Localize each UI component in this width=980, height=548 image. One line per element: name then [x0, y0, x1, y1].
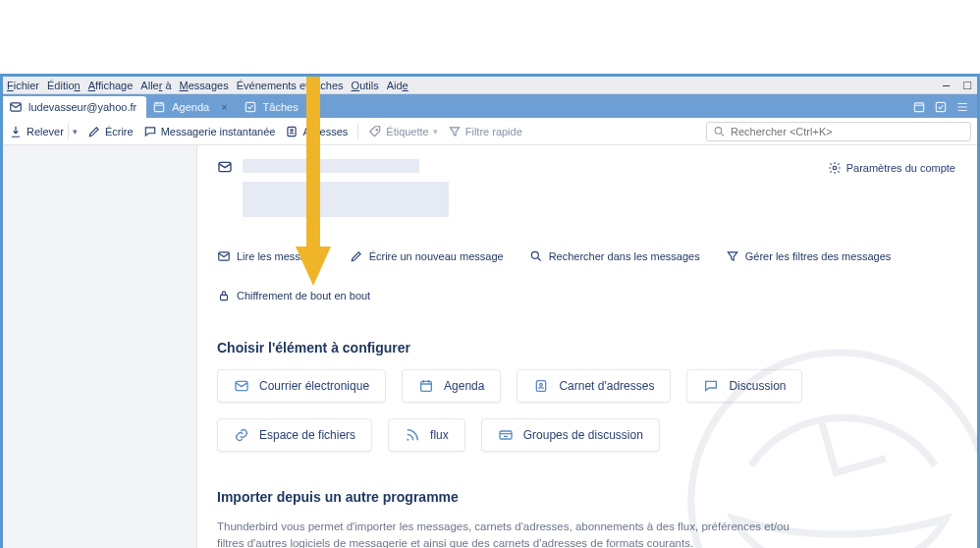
- btn-label: Adresses: [302, 126, 348, 137]
- svg-point-19: [540, 383, 543, 386]
- link-label: Rechercher dans les messages: [549, 250, 700, 262]
- account-central: Paramètres du compte Lire les messages É…: [197, 145, 977, 548]
- tabstrip: ludevasseur@yahoo.fr Agenda × Tâches ×: [3, 94, 977, 118]
- svg-rect-4: [245, 102, 254, 111]
- separator: [357, 124, 358, 139]
- chevron-down-icon[interactable]: ▾: [73, 127, 78, 137]
- envelope-icon: [217, 159, 233, 175]
- tile-calendar[interactable]: Agenda: [402, 369, 501, 403]
- tile-chat[interactable]: Discussion: [686, 369, 802, 403]
- link-label: Chiffrement de bout en bout: [237, 290, 370, 301]
- chat-icon: [703, 378, 719, 394]
- lock-icon: [217, 289, 231, 302]
- tile-label: Courrier électronique: [259, 379, 369, 393]
- account-settings-button[interactable]: Paramètres du compte: [828, 161, 955, 175]
- e2e-link[interactable]: Chiffrement de bout en bout: [217, 289, 370, 302]
- tab-agenda[interactable]: Agenda ×: [146, 96, 237, 118]
- menu-edition[interactable]: Édition: [47, 80, 81, 91]
- tile-feeds[interactable]: flux: [388, 418, 465, 452]
- download-icon: [9, 125, 23, 138]
- envelope-icon: [234, 378, 249, 394]
- tile-filelink[interactable]: Espace de fichiers: [217, 418, 372, 452]
- tile-label: Agenda: [444, 379, 484, 393]
- tile-label: Groupes de discussion: [523, 428, 643, 442]
- quick-actions: Lire les messages Écrire un nouveau mess…: [217, 249, 957, 302]
- tasks-toggle-icon[interactable]: [934, 100, 948, 114]
- menu-aller-a[interactable]: Aller à: [140, 80, 171, 91]
- appmenu-icon[interactable]: [955, 100, 969, 114]
- funnel-icon: [448, 125, 462, 138]
- menu-fichier[interactable]: Fichier: [7, 80, 39, 91]
- tasks-icon: [244, 100, 257, 114]
- tabbar-right-icons: [904, 96, 977, 118]
- svg-point-8: [291, 129, 293, 131]
- addressbook-icon: [285, 125, 299, 138]
- svg-rect-17: [421, 381, 432, 391]
- btn-label: Messagerie instantanée: [161, 126, 276, 137]
- tile-newsgroups[interactable]: Groupes de discussion: [481, 418, 660, 452]
- addressbook-button[interactable]: Adresses: [285, 125, 348, 138]
- window-minimize-button[interactable]: –: [943, 78, 950, 92]
- separator: [68, 124, 69, 139]
- tab-tasks[interactable]: Tâches ×: [238, 96, 327, 118]
- envelope-icon: [9, 100, 23, 114]
- link-label: Lire les messages: [237, 250, 324, 262]
- pencil-icon: [87, 125, 101, 138]
- read-messages-link[interactable]: Lire les messages: [217, 249, 324, 263]
- chat-button[interactable]: Messagerie instantanée: [143, 125, 276, 138]
- svg-point-20: [407, 439, 408, 441]
- chat-icon: [143, 125, 157, 138]
- svg-point-9: [376, 129, 377, 130]
- chevron-down-icon[interactable]: ▾: [433, 127, 438, 137]
- menu-affichage[interactable]: Affichage: [88, 80, 134, 91]
- tile-label: Espace de fichiers: [259, 428, 355, 442]
- toolbar: Relever ▾ Écrire Messagerie instantanée …: [3, 118, 977, 145]
- tile-addressbook[interactable]: Carnet d'adresses: [517, 369, 671, 403]
- tag-button[interactable]: Étiquette ▾: [368, 125, 437, 138]
- gear-icon: [828, 161, 842, 175]
- svg-rect-6: [936, 102, 945, 111]
- compose-link[interactable]: Écrire un nouveau message: [350, 249, 504, 263]
- link-icon: [234, 427, 249, 443]
- pencil-icon: [350, 249, 363, 263]
- funnel-icon: [726, 249, 739, 263]
- folder-pane[interactable]: [3, 145, 197, 548]
- menu-aide[interactable]: Aide: [387, 80, 408, 91]
- calendar-toggle-icon[interactable]: [912, 100, 926, 114]
- search-messages-link[interactable]: Rechercher dans les messages: [529, 249, 700, 263]
- quickfilter-button[interactable]: Filtre rapide: [448, 125, 522, 138]
- envelope-icon: [217, 249, 231, 263]
- link-label: Écrire un nouveau message: [369, 250, 504, 262]
- close-icon[interactable]: ×: [221, 101, 227, 113]
- tab-account[interactable]: ludevasseur@yahoo.fr: [3, 96, 146, 118]
- section-heading-configure: Choisir l'élément à configurer: [217, 340, 957, 356]
- tile-email[interactable]: Courrier électronique: [217, 369, 386, 403]
- setup-tiles: Courrier électronique Agenda Carnet d'ad…: [217, 369, 957, 452]
- global-search[interactable]: [706, 122, 971, 141]
- btn-label: Paramètres du compte: [846, 162, 955, 174]
- section-heading-import: Importer depuis un autre programme: [217, 489, 957, 505]
- app-window: Fichier Édition Affichage Aller à Messag…: [0, 74, 980, 548]
- window-maximize-button[interactable]: □: [963, 78, 971, 92]
- menu-outils[interactable]: Outils: [352, 80, 379, 91]
- getmail-button[interactable]: Relever ▾: [9, 124, 78, 139]
- tile-label: Carnet d'adresses: [559, 379, 654, 393]
- search-icon: [529, 249, 543, 263]
- btn-label: Filtre rapide: [465, 126, 522, 137]
- tag-icon: [368, 125, 382, 138]
- write-button[interactable]: Écrire: [87, 125, 134, 138]
- manage-filters-link[interactable]: Gérer les filtres des messages: [726, 249, 892, 263]
- menu-evenements[interactable]: Événements et tâches: [237, 80, 344, 91]
- menu-messages[interactable]: Messages: [180, 80, 229, 91]
- tile-label: Discussion: [729, 379, 786, 393]
- menubar: Fichier Édition Affichage Aller à Messag…: [3, 77, 977, 94]
- close-icon[interactable]: ×: [310, 101, 316, 113]
- link-label: Gérer les filtres des messages: [745, 250, 892, 262]
- tile-label: flux: [430, 428, 449, 442]
- import-description: Thunderbird vous permet d'importer les m…: [217, 519, 806, 548]
- tab-label: Agenda: [172, 101, 209, 113]
- search-input[interactable]: [731, 126, 964, 137]
- svg-rect-15: [221, 295, 228, 300]
- calendar-icon: [418, 378, 434, 394]
- svg-rect-3: [155, 103, 164, 112]
